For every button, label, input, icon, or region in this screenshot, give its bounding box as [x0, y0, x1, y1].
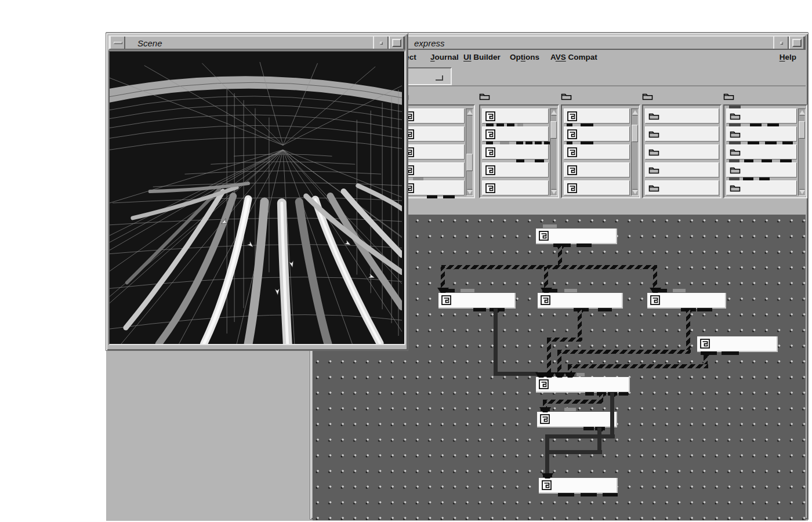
scene-titlebar[interactable]: Scene: [108, 35, 405, 50]
library-item[interactable]: [564, 162, 630, 177]
menu-avs-compat[interactable]: AVS Compat: [550, 53, 597, 61]
module-port[interactable]: [673, 289, 686, 292]
library-item[interactable]: [401, 108, 465, 124]
scroll-up-icon[interactable]: [799, 110, 805, 115]
menu-ui-builder[interactable]: UI Builder: [463, 53, 501, 61]
library-item[interactable]: [726, 180, 797, 195]
library-item[interactable]: [645, 180, 719, 195]
folder-icon: [648, 184, 659, 192]
library-column-header[interactable]: [479, 90, 559, 103]
folder-icon: [479, 92, 490, 100]
library-item[interactable]: [401, 180, 465, 195]
iconify-button[interactable]: [373, 37, 389, 49]
connection-wire: [494, 309, 498, 375]
module-port[interactable]: [598, 308, 612, 311]
menu-options[interactable]: Options: [510, 53, 539, 61]
scrollbar-thumb[interactable]: [550, 121, 557, 139]
library-item[interactable]: [401, 126, 465, 142]
module-port[interactable]: [583, 427, 594, 430]
module-port[interactable]: [581, 493, 597, 496]
network-module[interactable]: [537, 412, 617, 427]
library-column-header[interactable]: [398, 90, 475, 103]
menu-journal[interactable]: Journal: [430, 53, 459, 61]
library-item[interactable]: [564, 144, 630, 160]
library-item[interactable]: [645, 144, 719, 160]
library-item[interactable]: [401, 162, 465, 177]
maximize-button[interactable]: [789, 37, 804, 49]
library-item[interactable]: [482, 162, 549, 177]
library-item[interactable]: [401, 144, 465, 160]
library-item[interactable]: [645, 126, 719, 142]
folder-icon: [561, 92, 572, 100]
module-port[interactable]: [564, 289, 577, 292]
scrollbar-thumb[interactable]: [799, 121, 805, 139]
window-menu-button[interactable]: [110, 37, 125, 49]
scene-3d-viewport[interactable]: [108, 50, 405, 345]
module-icon: [542, 480, 552, 490]
network-module[interactable]: [536, 229, 617, 244]
maximize-button[interactable]: [389, 37, 404, 49]
connection-wire: [545, 436, 549, 473]
scrollbar-thumb[interactable]: [632, 125, 638, 142]
scroll-down-icon[interactable]: [632, 190, 638, 194]
module-icon: [540, 414, 550, 424]
library-item[interactable]: [645, 108, 719, 124]
library-item[interactable]: [645, 162, 719, 177]
module-port[interactable]: [577, 373, 585, 376]
module-port[interactable]: [697, 308, 712, 311]
window-title: express: [414, 37, 445, 50]
scroll-up-icon[interactable]: [632, 110, 638, 115]
network-module[interactable]: [438, 293, 516, 309]
library-item[interactable]: [482, 144, 549, 160]
network-module[interactable]: [647, 293, 726, 309]
module-port[interactable]: [461, 289, 474, 292]
module-port[interactable]: [558, 493, 574, 496]
scene-window: Scene: [106, 33, 408, 350]
port-bar: [748, 142, 758, 144]
library-item[interactable]: [482, 180, 549, 195]
library-item[interactable]: [482, 108, 549, 124]
scroll-down-icon[interactable]: [551, 190, 557, 194]
library-item[interactable]: [482, 126, 549, 142]
folder-icon: [730, 184, 741, 192]
module-port[interactable]: [577, 244, 592, 247]
module-port[interactable]: [564, 408, 576, 411]
module-port[interactable]: [543, 224, 557, 228]
module-port[interactable]: [722, 351, 739, 355]
library-item[interactable]: [726, 126, 797, 142]
port-bar: [729, 142, 741, 144]
scrollbar[interactable]: [798, 108, 806, 196]
library-column-header[interactable]: [561, 90, 640, 103]
library-column-geometries: [561, 90, 640, 198]
menu-help[interactable]: Help: [780, 53, 796, 61]
scroll-down-icon[interactable]: [467, 190, 473, 194]
network-module[interactable]: [538, 293, 623, 309]
library-item[interactable]: [564, 180, 630, 195]
network-module[interactable]: [536, 377, 630, 393]
network-module[interactable]: [539, 478, 618, 494]
library-item[interactable]: [564, 126, 630, 142]
scroll-up-icon[interactable]: [467, 110, 473, 115]
module-port[interactable]: [585, 392, 594, 396]
library-item[interactable]: [726, 108, 797, 124]
library-column-header[interactable]: [642, 90, 722, 103]
library-column-header[interactable]: [723, 90, 807, 103]
port-bar: [413, 177, 423, 180]
library-item[interactable]: [726, 162, 797, 177]
library-item[interactable]: [726, 144, 797, 160]
connection-wire: [494, 372, 538, 376]
module-port[interactable]: [619, 392, 628, 396]
scrollbar[interactable]: [466, 108, 473, 196]
scroll-down-icon[interactable]: [799, 190, 805, 194]
scroll-up-icon[interactable]: [551, 110, 557, 115]
network-module[interactable]: [697, 336, 778, 352]
library-item[interactable]: [564, 108, 630, 124]
module-port[interactable]: [603, 493, 618, 496]
scrollbar[interactable]: [550, 108, 557, 196]
streamlines-render: [110, 52, 402, 344]
scrollbar-thumb[interactable]: [466, 154, 473, 171]
scrollbar[interactable]: [631, 108, 639, 196]
iconify-button[interactable]: [773, 37, 789, 49]
module-port[interactable]: [473, 308, 486, 311]
module-icon: [485, 147, 495, 157]
